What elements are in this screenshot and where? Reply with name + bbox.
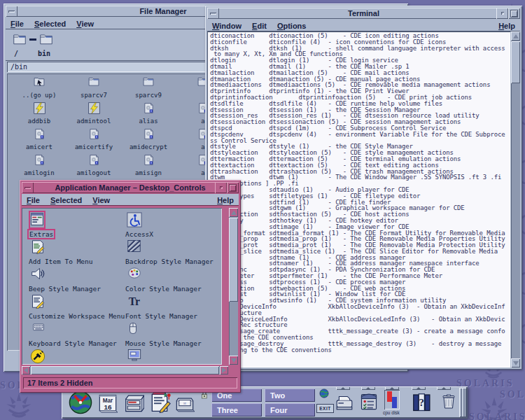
scroll-right-button[interactable] [220,366,228,374]
app-item-keyboard-style-manager[interactable]: Keyboard Style Manager [29,321,122,347]
terminal-scrollbar[interactable] [511,31,520,368]
scrollbar-thumb[interactable] [31,366,219,374]
file-item-amisign[interactable]: amisign [122,154,175,176]
panel-text-editor-button[interactable] [148,391,171,413]
subpanel-arrow-tab[interactable] [412,386,426,390]
subpanel-arrow-tab[interactable] [336,386,350,390]
scroll-left-button[interactable] [22,366,30,374]
panel-handle[interactable] [459,388,466,417]
app-item-mouse-style-manager[interactable]: Mouse Style Manager [125,321,219,347]
scrollbar-thumb[interactable] [511,41,520,83]
panel-trash-button[interactable] [440,391,457,412]
minimize-icon [8,10,15,13]
panel-printer-button[interactable] [334,393,355,411]
scroll-up-button[interactable] [511,31,520,41]
panel-file-manager-button[interactable] [123,392,144,413]
scroll-down-button[interactable] [229,356,238,365]
file-item-label: sparcv7 [67,92,120,99]
app-item-color-style-manager[interactable]: Color Style Manager [125,267,219,293]
file-item-alias[interactable]: alias [122,102,175,125]
menu-file[interactable]: File [10,20,24,28]
application-manager-titlebar[interactable]: Application Manager – Desktop_Controls [22,182,239,193]
folder-icon [87,76,101,89]
app-manager-vscrollbar[interactable] [229,208,238,365]
menu-help[interactable]: Help [498,22,515,30]
desktop: SOLARISSOLARISSOLARISSOLARIS File Manage… [0,0,525,420]
file-item-label: amicert [13,144,66,150]
app-item-screen-style-manager[interactable]: Screen Style Manager [125,349,219,365]
shelldoc-icon [144,154,154,167]
path-root-label[interactable]: / [14,50,18,57]
scroll-up-button[interactable] [229,208,238,217]
file-item-amicertify[interactable]: amicertify [67,128,120,150]
file-item-amidecrypt[interactable]: amidecrypt [122,128,175,150]
panel-perf-meter[interactable] [384,390,400,410]
app-item-backdrop-style-manager[interactable]: Backdrop Style Manager [125,239,219,265]
shelldoc-icon [34,128,45,141]
file-manager-title: File Manager [111,6,216,16]
path-current-label[interactable]: bin [38,50,50,57]
menu-options[interactable]: Options [277,22,307,30]
scrollbar-thumb[interactable] [229,218,238,302]
terminal-window[interactable]: Terminal WindowEditOptionsHelp dticonact… [205,6,522,370]
app-item-accessx[interactable]: AccessX [125,212,219,238]
app-item-label: Customize Workspace Menu [29,312,122,320]
panel-exit-button[interactable]: EXIT [316,404,334,413]
app-item-extras[interactable]: Extras [29,212,122,238]
solaris-watermark: SOLARIS [469,412,525,420]
add-item-icon [30,239,45,255]
minimize-button[interactable] [215,182,227,193]
panel-calendar-button[interactable]: Mar16 [98,392,118,413]
app-item-power-manager[interactable]: Power Manager [29,349,122,365]
folder-current-icon[interactable] [38,33,55,46]
scroll-down-button[interactable] [511,358,520,368]
app-item-customize-workspace-menu[interactable]: Customize Workspace Menu [29,294,122,320]
file-item-label: alias [122,118,175,125]
maximize-icon [511,10,517,17]
menu-selected[interactable]: Selected [50,196,82,204]
app-item-font-style-manager[interactable]: TrFont Style Manager [125,294,219,320]
workspace-button-two[interactable]: Two [265,388,315,402]
file-item-label: amicertify [67,144,120,150]
panel-style-manager-button[interactable] [359,391,379,412]
file-item-sparcv7[interactable]: sparcv7 [67,76,120,99]
panel-mailer-button[interactable]: ✉ [174,393,196,412]
minimize-button[interactable] [496,8,508,19]
menu-file[interactable]: File [27,196,40,204]
app-item-beep-style-manager[interactable]: Beep Style Manager [29,267,122,293]
menu-view[interactable]: View [76,20,94,28]
file-item-admintool[interactable]: admintool [67,102,120,125]
app-item-add-item-to-menu[interactable]: Add Item To Menu [29,239,122,265]
app-manager-hscrollbar[interactable] [22,366,228,374]
window-menu-button[interactable] [22,182,34,193]
folder-root-icon[interactable] [11,33,28,46]
menu-window[interactable]: Window [212,22,241,30]
subpanel-arrow-tab[interactable] [361,386,375,390]
workspace-button-three[interactable]: Three [211,403,262,416]
panel-world-clock-button[interactable] [69,391,92,414]
file-item--go-up-[interactable]: ..(go up) [13,76,66,99]
subpanel-arrow-tab[interactable] [437,386,451,390]
panel-help-viewer-button[interactable]: ? [411,391,432,412]
file-item-amilogout[interactable]: amilogout [67,154,120,176]
application-manager-window[interactable]: Application Manager – Desktop_Controls F… [20,180,241,393]
maximize-button[interactable] [508,8,520,19]
terminal-titlebar[interactable]: Terminal [207,8,520,19]
svg-text:?: ? [419,397,425,408]
file-item-label: admintool [67,118,120,125]
workspace-button-four[interactable]: Four [265,403,315,416]
menu-selected[interactable]: Selected [34,20,66,28]
window-menu-button[interactable] [6,6,18,17]
terminal-screen[interactable]: dticonaction dticonaction (5) - CDE icon… [207,31,510,368]
menu-edit[interactable]: Edit [252,22,267,30]
app-item-label: Beep Style Manager [29,285,122,293]
menu-help[interactable]: Help [217,196,234,204]
menu-view[interactable]: View [92,196,110,204]
file-item-addbib[interactable]: addbib [13,102,66,125]
beep-icon [30,267,46,282]
file-item-sparcv9[interactable]: sparcv9 [122,76,175,99]
maximize-button[interactable] [227,182,239,193]
file-item-amilogin[interactable]: amilogin [13,154,66,176]
window-menu-button[interactable] [207,8,219,19]
file-item-amicert[interactable]: amicert [13,128,66,150]
